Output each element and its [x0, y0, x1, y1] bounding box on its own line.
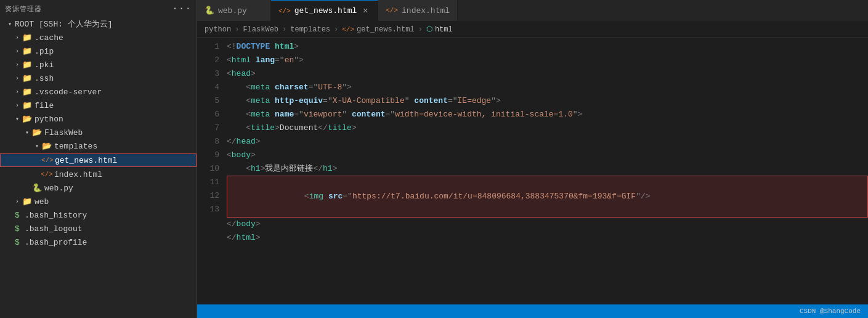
sidebar-title: 资源管理器: [5, 4, 42, 14]
breadcrumb-sep: ›: [235, 25, 239, 34]
ssh-label: .ssh: [34, 74, 54, 83]
folder-icon: 📁: [22, 100, 32, 110]
file-arrow: ›: [12, 102, 22, 109]
bash-history-label: .bash_history: [25, 211, 87, 220]
main-layout: 资源管理器 ··· ▾ ROOT [SSH: 个人华为云] › 📁 .cache…: [0, 0, 868, 318]
sidebar-header: 资源管理器 ···: [0, 0, 197, 17]
templates-label: templates: [54, 142, 97, 151]
sidebar-item-file[interactable]: › 📁 file: [0, 99, 197, 112]
code-line-1: <!DOCTYPE html>: [227, 40, 868, 54]
right-panel: 🐍 web.py </> get_news.html × </> index.h…: [197, 0, 868, 318]
sidebar-item-bash-profile[interactable]: $ .bash_profile: [0, 235, 197, 249]
line-numbers: 1 2 3 4 5 6 7 8 9 10 11 12 13: [197, 40, 227, 304]
sidebar-item-web-py[interactable]: 🐍 web.py: [0, 181, 197, 195]
code-line-6: <meta name="viewport" content="width=dev…: [227, 108, 868, 121]
folder-icon: 📂: [32, 128, 42, 137]
bash-icon: $: [12, 224, 22, 234]
file-label: file: [34, 101, 54, 110]
bash-logout-label: .bash_logout: [25, 224, 83, 234]
breadcrumb-html: html: [435, 25, 453, 34]
vscode-server-label: .vscode-server: [34, 88, 102, 97]
web-label: web: [34, 197, 49, 206]
bash-icon: $: [12, 238, 22, 247]
py-tab-icon: 🐍: [205, 6, 214, 15]
breadcrumb-templates[interactable]: templates: [290, 25, 330, 34]
tab-label: web.py: [218, 6, 247, 15]
sidebar-item-bash-logout[interactable]: $ .bash_logout: [0, 222, 197, 235]
folder-icon: 📁: [22, 46, 32, 56]
sidebar-item-ssh[interactable]: › 📁 .ssh: [0, 71, 197, 85]
sidebar-item-cache[interactable]: › 📁 .cache: [0, 31, 197, 44]
breadcrumb-sep: ›: [334, 25, 338, 34]
code-view[interactable]: 1 2 3 4 5 6 7 8 9 10 11 12 13: [197, 38, 868, 304]
sidebar-item-bash-history[interactable]: $ .bash_history: [0, 208, 197, 222]
tab-index[interactable]: </> index.html: [378, 0, 458, 22]
code-line-9: <body>: [227, 149, 868, 162]
code-line-10: <h1>我是内部链接</h1>: [227, 162, 868, 176]
sidebar-item-vscode-server[interactable]: › 📁 .vscode-server: [0, 85, 197, 99]
sidebar-item-pip[interactable]: › 📁 .pip: [0, 44, 197, 58]
ssh-arrow: ›: [12, 75, 22, 82]
folder-icon: 📁: [22, 60, 32, 70]
vscode-arrow: ›: [12, 89, 22, 96]
breadcrumb-tag-icon: ⬡: [426, 25, 432, 34]
tab-bar: 🐍 web.py </> get_news.html × </> index.h…: [197, 0, 868, 22]
breadcrumb-html-icon: </>: [342, 26, 354, 33]
sidebar-item-index[interactable]: </> index.html: [0, 168, 197, 181]
python-label: python: [34, 115, 63, 124]
breadcrumb-sep: ›: [282, 25, 286, 34]
pki-arrow: ›: [12, 62, 22, 68]
get-news-label: get_news.html: [55, 156, 117, 165]
code-line-5: <meta http-equiv="X-UA-Compatible" conte…: [227, 94, 868, 108]
flaskweb-label: FlaskWeb: [44, 128, 83, 137]
cache-arrow: ›: [12, 35, 22, 41]
folder-icon: 📂: [42, 141, 52, 151]
python-arrow: ▾: [12, 115, 22, 123]
sidebar-item-templates[interactable]: ▾ 📂 templates: [0, 139, 197, 153]
tab-close-button[interactable]: ×: [360, 6, 370, 16]
tab-get-news[interactable]: </> get_news.html ×: [271, 0, 378, 22]
code-line-7: <title>Document</title>: [227, 121, 868, 135]
sidebar-item-get-news[interactable]: </> get_news.html: [0, 153, 197, 167]
tab-label: get_news.html: [294, 6, 357, 15]
pip-label: .pip: [34, 47, 54, 56]
bash-profile-label: .bash_profile: [25, 238, 87, 247]
html-icon: </>: [43, 157, 52, 164]
sidebar-item-web[interactable]: › 📁 web: [0, 195, 197, 208]
web-arrow: ›: [12, 198, 22, 205]
index-label: index.html: [54, 170, 102, 179]
status-bar: CSDN @ShangCode: [197, 304, 868, 318]
code-line-12: </body>: [227, 218, 868, 231]
breadcrumb: python › FlaskWeb › templates › </> get_…: [197, 22, 868, 38]
code-line-4: <meta charset="UTF-8">: [227, 81, 868, 94]
tree-root[interactable]: ▾ ROOT [SSH: 个人华为云]: [0, 17, 197, 31]
breadcrumb-flaskweb[interactable]: FlaskWeb: [243, 25, 278, 34]
editor-area: 1 2 3 4 5 6 7 8 9 10 11 12 13: [197, 38, 868, 304]
templates-arrow: ▾: [32, 142, 42, 150]
folder-icon: 📁: [22, 73, 32, 83]
html-tab-icon: </>: [278, 7, 291, 15]
code-line-3: <head>: [227, 67, 868, 81]
code-line-11: <img src="https://t7.baidu.com/it/u=8480…: [227, 176, 868, 218]
root-arrow: ▾: [5, 20, 15, 28]
tab-web-py[interactable]: 🐍 web.py: [197, 0, 271, 22]
code-line-2: <html lang="en">: [227, 54, 868, 67]
code-line-13: </html>: [227, 231, 868, 245]
sidebar-dots[interactable]: ···: [172, 3, 192, 14]
code-content: <!DOCTYPE html> <html lang="en"> <head> …: [227, 40, 868, 304]
breadcrumb-python[interactable]: python: [205, 25, 231, 34]
sidebar-item-pki[interactable]: › 📁 .pki: [0, 58, 197, 71]
sidebar-item-flaskweb[interactable]: ▾ 📂 FlaskWeb: [0, 126, 197, 139]
py-icon: 🐍: [32, 183, 42, 193]
folder-icon: 📂: [22, 114, 32, 124]
sidebar-item-python[interactable]: ▾ 📂 python: [0, 112, 197, 126]
pip-arrow: ›: [12, 48, 22, 55]
folder-icon: 📁: [22, 33, 32, 43]
tab-label: index.html: [402, 6, 450, 15]
folder-icon: 📁: [22, 87, 32, 97]
html-icon: </>: [42, 171, 52, 178]
html-tab-icon: </>: [386, 7, 398, 14]
bash-icon: $: [12, 211, 22, 220]
breadcrumb-get-news[interactable]: get_news.html: [357, 25, 415, 34]
flaskweb-arrow: ▾: [22, 129, 32, 136]
